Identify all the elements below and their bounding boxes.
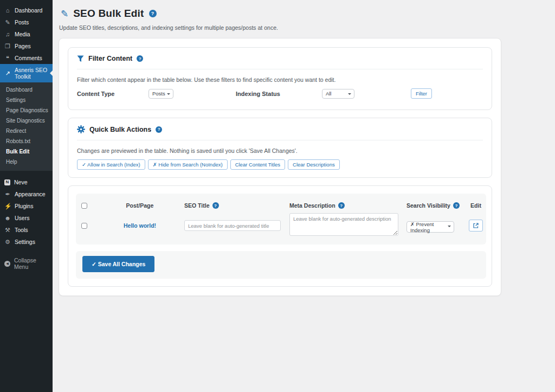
sidebar-item-media[interactable]: ♫ Media [0, 28, 53, 40]
pencil-icon: ✎ [61, 8, 68, 20]
gear-icon [77, 125, 85, 133]
plugins-icon: ⚡ [4, 203, 11, 209]
page-help-icon[interactable]: ? [149, 10, 157, 17]
search-visibility-value: ✗ Prevent Indexing [410, 221, 446, 233]
col-header-meta-description: Meta Description ? [289, 198, 406, 213]
meta-description-textarea[interactable] [289, 213, 398, 236]
dashboard-icon: ⌂ [4, 7, 11, 14]
submenu-item-dashboard[interactable]: Dashboard [0, 85, 53, 95]
submenu-item-redirect[interactable]: Redirect [0, 126, 53, 136]
col-header-label: Meta Description [289, 202, 335, 209]
select-all-checkbox[interactable] [81, 203, 87, 209]
seo-title-input[interactable] [184, 220, 281, 231]
seo-title-help-icon[interactable]: ? [212, 202, 219, 209]
sidebar-item-comments[interactable]: ❝ Comments [0, 52, 53, 64]
bulk-actions-row: ✓ Allow in Search (Index) ✗ Hide from Se… [77, 159, 483, 177]
sidebar-item-label: Plugins [15, 203, 33, 209]
sidebar-item-dashboard[interactable]: ⌂ Dashboard [0, 4, 53, 16]
submenu-item-site-diagnostics[interactable]: Site Diagnostics [0, 115, 53, 126]
comments-icon: ❝ [4, 55, 11, 61]
funnel-icon [77, 55, 84, 62]
col-header-search-visibility: Search Visibility ? [406, 198, 466, 213]
sidebar-item-label: Asneris SEO Toolkit [15, 67, 48, 80]
allow-in-search-button[interactable]: ✓ Allow in Search (Index) [77, 159, 145, 170]
collapse-icon: ◀ [4, 261, 10, 267]
bulk-edit-panel: Filter Content ? Filter which content ap… [59, 38, 501, 296]
sidebar-item-pages[interactable]: ❐ Pages [0, 40, 53, 52]
page-subtitle: Update SEO titles, descriptions, and ind… [59, 24, 555, 31]
sidebar-item-posts[interactable]: ✎ Posts [0, 16, 53, 28]
table-header-row: Post/Page SEO Title ? Meta Description ?… [76, 198, 486, 213]
sidebar-item-label: Comments [15, 55, 42, 61]
col-header-label: Edit [470, 202, 481, 209]
meta-description-cell [289, 213, 406, 238]
table-footer: ✓ Save All Changes [76, 251, 486, 279]
sidebar-item-label: Settings [15, 239, 35, 245]
sidebar-item-asneris-seo-toolkit[interactable]: ↗ Asneris SEO Toolkit [0, 64, 53, 82]
quick-bulk-actions-card: Quick Bulk Actions ? Changes are preview… [68, 118, 492, 178]
bulk-card-title: Quick Bulk Actions [89, 126, 151, 133]
col-header-label: Search Visibility [406, 202, 450, 209]
filter-form-row: Content Type Posts Indexing Status All F… [77, 88, 483, 110]
search-visibility-select[interactable]: ✗ Prevent Indexing [406, 221, 454, 233]
users-icon: ☻ [4, 215, 11, 221]
submenu-item-help[interactable]: Help [0, 157, 53, 167]
bulk-help-icon[interactable]: ? [156, 126, 162, 133]
sidebar-item-plugins[interactable]: ⚡ Plugins [0, 200, 53, 212]
col-header-label: SEO Title [184, 202, 210, 209]
submenu-item-robots-txt[interactable]: Robots.txt [0, 136, 53, 146]
sidebar-item-tools[interactable]: ⚒ Tools [0, 224, 53, 236]
row-checkbox[interactable] [81, 223, 87, 229]
save-all-changes-button[interactable]: ✓ Save All Changes [82, 256, 154, 272]
col-header-post-page: Post/Page [95, 198, 184, 213]
submenu-item-bulk-edit[interactable]: Bulk Edit [0, 146, 53, 157]
hide-from-search-button[interactable]: ✗ Hide from Search (NoIndex) [148, 159, 228, 170]
page-title: SEO Bulk Edit [73, 8, 144, 20]
col-header-label: Post/Page [126, 202, 154, 209]
pin-icon: ✎ [4, 19, 11, 25]
sidebar-item-label: Users [15, 215, 29, 221]
seo-title-cell [184, 220, 289, 232]
search-visibility-cell: ✗ Prevent Indexing [406, 219, 466, 233]
submenu-item-page-diagnostics[interactable]: Page Diagnostics [0, 105, 53, 115]
search-visibility-help-icon[interactable]: ? [453, 202, 460, 209]
clear-descriptions-button[interactable]: Clear Descriptions [288, 159, 340, 170]
indexing-status-label: Indexing Status [236, 91, 280, 97]
content-type-value: Posts [152, 91, 165, 97]
settings-icon: ⚙ [4, 239, 11, 245]
sidebar-separator [0, 171, 53, 176]
indexing-status-select[interactable]: All [322, 89, 354, 99]
sidebar-item-label: Posts [15, 19, 29, 25]
collapse-menu-button[interactable]: ◀ Collapse Menu [0, 254, 53, 273]
sidebar-item-label: Appearance [15, 191, 46, 197]
col-header-edit: Edit [466, 198, 486, 213]
clear-content-titles-button[interactable]: Clear Content Titles [230, 159, 285, 170]
content-table-card: Post/Page SEO Title ? Meta Description ?… [68, 185, 492, 287]
meta-description-help-icon[interactable]: ? [338, 202, 345, 209]
sidebar-item-settings[interactable]: ⚙ Settings [0, 236, 53, 248]
pages-icon: ❐ [4, 43, 11, 49]
sidebar-item-users[interactable]: ☻ Users [0, 212, 53, 224]
edit-post-button[interactable] [469, 220, 483, 232]
collapse-menu-label: Collapse Menu [14, 257, 48, 270]
filter-content-card: Filter Content ? Filter which content ap… [68, 47, 492, 110]
post-title-link[interactable]: Hello world! [95, 222, 184, 229]
bulk-description: Changes are previewed in the table. Noth… [77, 147, 483, 154]
bulk-card-header: Quick Bulk Actions ? [77, 118, 483, 140]
filter-description: Filter which content appear in the table… [77, 76, 483, 83]
main-content: ✎ SEO Bulk Edit ? Update SEO titles, des… [53, 0, 555, 392]
sidebar-item-label: Tools [15, 227, 28, 233]
seo-toolkit-submenu: Dashboard Settings Page Diagnostics Site… [0, 82, 53, 171]
submenu-item-settings[interactable]: Settings [0, 95, 53, 105]
sidebar-item-neve[interactable]: N Neve [0, 176, 53, 188]
sidebar-item-label: Pages [15, 43, 31, 49]
admin-sidebar: ⌂ Dashboard ✎ Posts ♫ Media ❐ Pages ❝ Co… [0, 0, 53, 392]
filter-help-icon[interactable]: ? [137, 55, 143, 62]
tools-icon: ⚒ [4, 227, 11, 233]
appearance-icon: ✒ [4, 191, 11, 197]
content-type-select[interactable]: Posts [149, 89, 173, 99]
sidebar-item-appearance[interactable]: ✒ Appearance [0, 188, 53, 200]
filter-button[interactable]: Filter [411, 88, 432, 99]
table-row: Hello world! ✗ Prevent Indexing [76, 213, 486, 238]
col-header-seo-title: SEO Title ? [184, 198, 289, 213]
